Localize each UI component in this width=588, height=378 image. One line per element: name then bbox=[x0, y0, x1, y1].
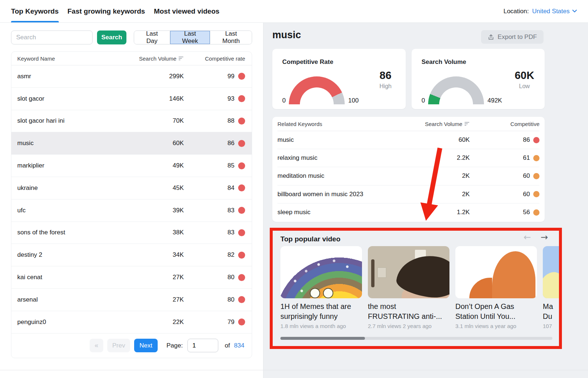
related-header: Related Keywords Search Volume Competiti… bbox=[277, 117, 539, 131]
top-popular-video-section: Top popular video ← → 1H of Memes that a… bbox=[270, 228, 562, 349]
video-thumbnail bbox=[543, 246, 562, 298]
table-row[interactable]: markiplier 49K 85 bbox=[11, 155, 252, 177]
table-row[interactable]: kai cenat 27K 80 bbox=[11, 266, 252, 289]
related-row[interactable]: billboard women in music 2023 2K 60 bbox=[277, 186, 539, 204]
video-card[interactable]: the most FRUSTRATING anti-... 2.7 mln vi… bbox=[368, 246, 449, 329]
pagination: « Prev Next Page: of 834 bbox=[11, 334, 252, 358]
related-row[interactable]: sleep music 1.2K 56 bbox=[277, 204, 539, 222]
total-pages-link[interactable]: 834 bbox=[234, 342, 244, 349]
rate-dot bbox=[238, 207, 245, 214]
related-row[interactable]: meditation music 2K 60 bbox=[277, 167, 539, 185]
keyword-analytics-widget: Top Keywords Fast growing keywords Most … bbox=[0, 0, 588, 378]
video-title: Ma Du bbox=[543, 302, 562, 321]
tab-label: Most viewed videos bbox=[154, 7, 219, 15]
search-volume-card: Search Volume 0 492K 60K Low bbox=[412, 49, 545, 109]
active-tab-underline bbox=[11, 21, 59, 22]
related-row[interactable]: music 60K 86 bbox=[277, 131, 539, 149]
table-row[interactable]: ufc 39K 83 bbox=[11, 199, 252, 222]
video-title: 1H of Memes that are surprisingly funny bbox=[280, 302, 362, 321]
first-page-button[interactable]: « bbox=[90, 339, 103, 352]
gauge-level: Low bbox=[513, 83, 536, 90]
location-value: United States bbox=[532, 8, 570, 15]
tab-label: Top Keywords bbox=[11, 7, 59, 15]
gauge-min: 0 bbox=[282, 97, 286, 104]
carousel-scrollbar-thumb[interactable] bbox=[280, 337, 365, 340]
top-nav: Top Keywords Fast growing keywords Most … bbox=[0, 0, 588, 23]
rate-dot bbox=[238, 252, 245, 259]
export-to-pdf-button[interactable]: Export to PDF bbox=[481, 30, 544, 44]
header-search-volume[interactable]: Search Volume bbox=[139, 55, 184, 62]
video-carousel: 1H of Memes that are surprisingly funny … bbox=[280, 246, 562, 329]
rate-dot bbox=[238, 184, 245, 191]
table-row[interactable]: slot gacor 146K 93 bbox=[11, 88, 252, 110]
filter-last-month[interactable]: Last Month bbox=[210, 31, 252, 44]
location-control: Location: United States bbox=[503, 8, 577, 15]
selected-keyword-title: music bbox=[272, 29, 301, 41]
page-number-input[interactable] bbox=[187, 339, 218, 352]
video-thumbnail bbox=[280, 246, 362, 298]
table-row[interactable]: penguinz0 22K 79 bbox=[11, 311, 252, 334]
rate-dot bbox=[533, 173, 539, 179]
gauge-max: 492K bbox=[487, 97, 502, 104]
filter-last-day[interactable]: Last Day bbox=[134, 31, 170, 44]
video-thumbnail bbox=[368, 246, 449, 298]
video-section-title: Top popular video bbox=[280, 235, 340, 243]
filter-last-week[interactable]: Last Week bbox=[170, 31, 210, 44]
gauge-max: 100 bbox=[348, 97, 358, 104]
carousel-scrollbar[interactable] bbox=[280, 337, 552, 340]
video-views: 2.7 mln views 2 years ago bbox=[368, 323, 449, 329]
search-button[interactable]: Search bbox=[97, 30, 126, 44]
table-row[interactable]: asmr 299K 99 bbox=[11, 65, 252, 88]
rate-dot bbox=[238, 229, 245, 236]
video-views: 3.1 mln views a year ago bbox=[455, 323, 537, 329]
rate-dot bbox=[533, 209, 539, 216]
nav-tabs: Top Keywords Fast growing keywords Most … bbox=[11, 0, 219, 22]
video-thumbnail bbox=[455, 246, 537, 298]
table-row-selected[interactable]: music 60K 86 bbox=[11, 132, 252, 155]
tab-fast-growing-keywords[interactable]: Fast growing keywords bbox=[68, 0, 145, 22]
tab-most-viewed-videos[interactable]: Most viewed videos bbox=[154, 0, 219, 22]
table-row[interactable]: destiny 2 34K 82 bbox=[11, 244, 252, 266]
header-keyword-name: Keyword Name bbox=[11, 55, 132, 62]
cartoon-eye bbox=[323, 288, 333, 298]
competitive-rate-gauge bbox=[289, 76, 345, 104]
rate-dot bbox=[238, 118, 245, 125]
keyword-detail-panel: music Export to PDF Competitive Rate 0 1… bbox=[263, 23, 588, 378]
table-row[interactable]: sons of the forest 38K 83 bbox=[11, 222, 252, 244]
rate-dot bbox=[533, 191, 539, 197]
rate-dot bbox=[238, 162, 245, 169]
video-card-partial[interactable]: Ma Du 107 bbox=[543, 246, 562, 329]
search-input[interactable] bbox=[11, 30, 93, 44]
gauge-title: Search Volume bbox=[422, 58, 466, 66]
header-search-volume[interactable]: Search Volume bbox=[425, 121, 470, 127]
location-label: Location: bbox=[503, 8, 529, 15]
rate-dot bbox=[238, 274, 245, 281]
sort-descending-icon bbox=[465, 122, 470, 126]
of-label: of bbox=[225, 342, 230, 349]
carousel-back-button[interactable]: ← bbox=[524, 233, 531, 242]
tab-top-keywords[interactable]: Top Keywords bbox=[11, 0, 59, 22]
table-row[interactable]: ukraine 45K 84 bbox=[11, 177, 252, 199]
gauge-value: 86 bbox=[374, 69, 397, 82]
header-competitive: Competitive bbox=[510, 121, 539, 127]
carousel-forward-button[interactable]: → bbox=[541, 233, 548, 242]
video-card[interactable]: Don’t Open A Gas Station Until You... 3.… bbox=[455, 246, 537, 329]
location-select[interactable]: United States bbox=[532, 8, 577, 15]
gauge-min: 0 bbox=[422, 97, 425, 104]
cartoon-eye bbox=[310, 288, 320, 298]
table-row[interactable]: slot gacor hari ini 70K 88 bbox=[11, 110, 252, 133]
table-header: Keyword Name Search Volume Competitive r… bbox=[11, 52, 252, 65]
tab-label: Fast growing keywords bbox=[68, 7, 145, 15]
time-filter: Last Day Last Week Last Month bbox=[134, 30, 252, 44]
video-title: the most FRUSTRATING anti-... bbox=[368, 302, 449, 321]
related-row[interactable]: relaxing music 2.2K 61 bbox=[277, 149, 539, 167]
video-card[interactable]: 1H of Memes that are surprisingly funny … bbox=[280, 246, 362, 329]
prev-page-button[interactable]: Prev bbox=[107, 339, 130, 352]
header-related-keywords: Related Keywords bbox=[277, 121, 404, 127]
video-views: 107 bbox=[543, 323, 562, 329]
next-page-button[interactable]: Next bbox=[134, 339, 158, 352]
search-volume-gauge bbox=[428, 76, 484, 104]
table-controls: Search Last Day Last Week Last Month bbox=[11, 30, 252, 44]
table-row[interactable]: arsenal 27K 80 bbox=[11, 289, 252, 311]
stars-decoration bbox=[280, 246, 362, 298]
